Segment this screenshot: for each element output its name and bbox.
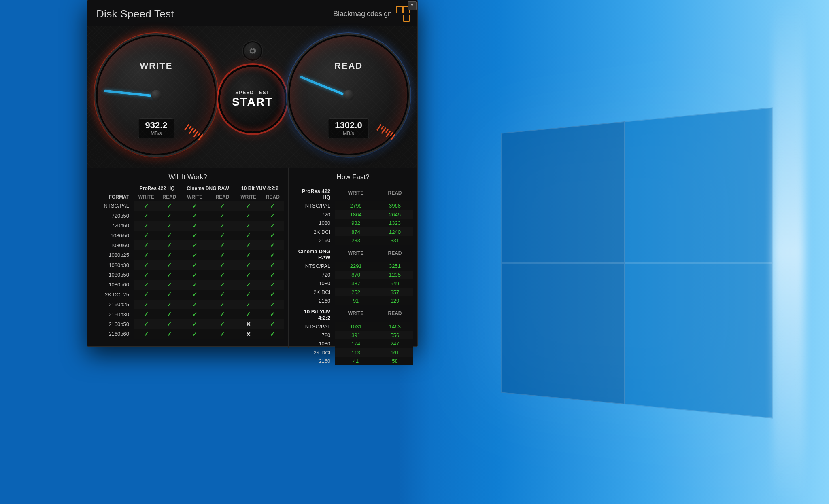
howfast-col: WRITE <box>335 184 376 201</box>
howfast-write: 874 <box>335 227 376 236</box>
check-icon: ✓ <box>192 330 198 337</box>
check-icon: ✓ <box>167 202 172 209</box>
will-it-work-panel: Will It Work? ProRes 422 HQCinema DNG RA… <box>87 168 289 348</box>
check-icon: ✓ <box>144 311 149 318</box>
how-fast-table: ProRes 422 HQWRITEREADNTSC/PAL2796396872… <box>293 184 413 365</box>
check-icon: ✓ <box>220 301 225 308</box>
support-cell: ✓ <box>209 211 235 220</box>
subcol-header: READ <box>209 193 235 201</box>
codec-group: Cinema DNG RAW <box>293 245 335 262</box>
support-cell: ✓ <box>134 270 158 280</box>
check-icon: ✓ <box>192 232 198 239</box>
brand-text: Blackmagicdesign <box>333 10 392 18</box>
check-icon: ✓ <box>167 281 172 288</box>
windows-logo-icon <box>501 107 773 418</box>
check-icon: ✓ <box>192 222 198 229</box>
write-unit: MB/s <box>145 131 167 136</box>
support-cell: ✓ <box>236 240 261 250</box>
check-icon: ✓ <box>220 222 225 229</box>
check-icon: ✓ <box>144 261 149 268</box>
format-label: 1080p60 <box>91 280 134 290</box>
support-cell: ✓ <box>236 270 261 280</box>
check-icon: ✓ <box>192 301 198 308</box>
howfast-write: 2796 <box>335 201 376 210</box>
check-icon: ✓ <box>167 232 172 239</box>
read-unit: MB/s <box>335 131 362 136</box>
check-icon: ✓ <box>220 252 225 258</box>
check-icon: ✓ <box>192 202 198 209</box>
read-gauge-label: READ <box>290 61 407 71</box>
support-cell: ✓ <box>236 211 261 220</box>
support-cell: ✓ <box>134 300 158 309</box>
format-label: 2K DCI 25 <box>91 290 134 299</box>
support-cell: ✓ <box>134 319 158 329</box>
howfast-read: 2645 <box>376 210 413 219</box>
howfast-write: 113 <box>335 348 376 356</box>
will-it-work-table: ProRes 422 HQCinema DNG RAW10 Bit YUV 4:… <box>91 184 284 339</box>
support-cell: ✓ <box>261 221 284 231</box>
check-icon: ✓ <box>192 311 198 318</box>
support-cell: ✓ <box>158 300 180 309</box>
howfast-write: 932 <box>335 219 376 227</box>
codec-header: 10 Bit YUV 4:2:2 <box>236 184 285 193</box>
howfast-read: 549 <box>376 279 413 288</box>
howfast-read: 1323 <box>376 219 413 227</box>
check-icon: ✓ <box>246 212 251 219</box>
support-cell: ✓ <box>134 250 158 260</box>
support-cell: ✓ <box>134 309 158 319</box>
codec-header: ProRes 422 HQ <box>134 184 180 193</box>
subcol-header: WRITE <box>236 193 261 201</box>
check-icon: ✓ <box>144 320 149 327</box>
close-icon[interactable]: × <box>408 1 417 10</box>
settings-gear-icon[interactable] <box>244 42 261 59</box>
support-cell: ✓ <box>180 319 209 329</box>
support-cell: ✕ <box>236 319 261 329</box>
support-cell: ✓ <box>158 260 180 270</box>
subcol-header: WRITE <box>134 193 158 201</box>
codec-group: 10 Bit YUV 4:2:2 <box>293 305 335 322</box>
check-icon: ✓ <box>220 330 225 337</box>
support-cell: ✓ <box>158 309 180 319</box>
check-icon: ✓ <box>246 271 251 278</box>
read-value: 1302.0 <box>335 120 362 131</box>
check-icon: ✓ <box>167 212 172 219</box>
check-icon: ✓ <box>167 311 172 318</box>
support-cell: ✓ <box>158 221 180 231</box>
support-cell: ✓ <box>134 280 158 290</box>
check-icon: ✓ <box>270 291 275 298</box>
support-cell: ✓ <box>158 211 180 220</box>
check-icon: ✓ <box>220 291 225 298</box>
check-icon: ✓ <box>246 301 251 308</box>
check-icon: ✓ <box>220 232 225 239</box>
support-cell: ✓ <box>158 280 180 290</box>
support-cell: ✓ <box>180 290 209 299</box>
will-it-work-title: Will It Work? <box>91 171 284 184</box>
check-icon: ✓ <box>192 281 198 288</box>
start-button[interactable]: SPEED TEST START <box>220 67 285 131</box>
check-icon: ✓ <box>167 241 172 248</box>
write-value: 932.2 <box>145 120 167 131</box>
check-icon: ✓ <box>192 261 198 268</box>
support-cell: ✓ <box>209 201 235 211</box>
support-cell: ✓ <box>209 240 235 250</box>
check-icon: ✓ <box>220 281 225 288</box>
support-cell: ✓ <box>261 201 284 211</box>
check-icon: ✓ <box>192 271 198 278</box>
support-cell: ✓ <box>209 250 235 260</box>
howfast-read: 556 <box>376 331 413 339</box>
check-icon: ✓ <box>167 252 172 258</box>
check-icon: ✓ <box>167 301 172 308</box>
subcol-header: READ <box>158 193 180 201</box>
support-cell: ✓ <box>261 319 284 329</box>
howfast-label: 1080 <box>293 279 335 288</box>
support-cell: ✓ <box>180 250 209 260</box>
check-icon: ✓ <box>246 281 251 288</box>
check-icon: ✓ <box>270 330 275 337</box>
check-icon: ✓ <box>270 202 275 209</box>
check-icon: ✓ <box>167 261 172 268</box>
howfast-read: 357 <box>376 288 413 296</box>
check-icon: ✓ <box>270 252 275 258</box>
support-cell: ✓ <box>134 211 158 220</box>
format-label: 720p60 <box>91 221 134 231</box>
howfast-write: 1031 <box>335 322 376 330</box>
